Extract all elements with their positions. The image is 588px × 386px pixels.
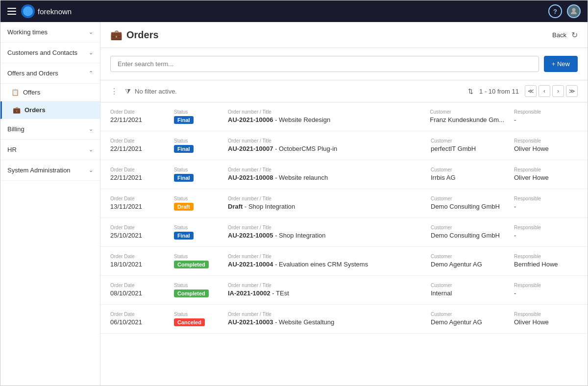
customer-label: Customer (431, 167, 504, 172)
customer-label: Customer (431, 225, 504, 230)
order-customer: Demo Agentur AG (431, 318, 504, 326)
table-row[interactable]: Order Date 08/10/2021 Status Completed O… (100, 276, 588, 305)
date-label: Order Date (110, 225, 164, 230)
briefcase-icon: 💼 (110, 29, 122, 41)
date-label: Order Date (110, 283, 164, 288)
date-label: Order Date (110, 312, 164, 317)
order-number-bold: IA-2021-10002 (228, 290, 270, 297)
content-area: 💼 Orders Back ↻ + New ⋮ ⧩ No filter acti… (100, 22, 588, 386)
chevron-down-icon: ⌄ (89, 49, 93, 56)
table-row[interactable]: Order Date 22/11/2021 Status Final Order… (100, 160, 588, 189)
order-status-col: Status Final (174, 225, 218, 240)
pagination-last[interactable]: ≫ (566, 85, 578, 97)
pagination-prev[interactable]: ‹ (539, 85, 550, 97)
table-row[interactable]: Order Date 18/10/2021 Status Completed O… (100, 247, 588, 276)
order-date: 18/10/2021 (110, 261, 164, 268)
sidebar-item-system-administration[interactable]: System Administration ⌄ (0, 160, 100, 181)
more-options-icon[interactable]: ⋮ (110, 87, 118, 96)
pagination-range: 1 - 10 from 11 (479, 88, 519, 95)
status-label: Status (174, 312, 218, 317)
order-number-label: Order number / Title (228, 167, 421, 172)
table-row[interactable]: Order Date 22/11/2021 Status Final Order… (100, 102, 588, 131)
order-status-col: Status Final (174, 167, 218, 182)
order-customer-col: Customer Demo Agentur AG (431, 254, 504, 268)
sidebar-item-working-times[interactable]: Working times ⌄ (0, 22, 100, 43)
order-responsible-col: Responsible Oliver Howe (514, 312, 578, 326)
filter-left: ⋮ ⧩ No filter active. (110, 87, 177, 96)
sidebar-item-hr[interactable]: HR ⌄ (0, 140, 100, 160)
order-full-title: AU-2021-10005 - Shop Integration (228, 232, 421, 239)
order-customer: perfectIT GmbH (431, 145, 504, 152)
order-date: 08/10/2021 (110, 290, 164, 297)
order-date: 13/11/2021 (110, 203, 164, 210)
sidebar-item-billing[interactable]: Billing ⌄ (0, 119, 100, 140)
order-date-col: Order Date 13/11/2021 (110, 196, 164, 210)
avatar[interactable] (567, 4, 581, 18)
order-full-title: AU-2021-10004 - Evaluation eines CRM Sys… (228, 261, 421, 268)
order-responsible-col: Responsible Oliver Howe (514, 138, 578, 152)
order-number-bold: AU-2021-10004 (228, 261, 273, 268)
order-responsible: - (514, 232, 578, 239)
order-responsible-col: Responsible - (514, 196, 578, 210)
order-number-bold: AU-2021-10005 (228, 232, 273, 239)
customer-label: Customer (430, 109, 504, 115)
order-responsible: - (514, 290, 578, 297)
order-status-col: Status Completed (174, 283, 218, 297)
chevron-down-icon: ⌄ (89, 167, 93, 173)
order-number-label: Order number / Title (228, 254, 421, 259)
table-row[interactable]: Order Date 06/10/2021 Status Canceled Or… (100, 305, 588, 334)
app-container: foreknown ? Working times ⌄ Customers an… (0, 0, 588, 386)
logo-icon (21, 4, 35, 18)
order-date-col: Order Date 08/10/2021 (110, 283, 164, 297)
pagination-first[interactable]: ≪ (525, 85, 537, 97)
order-responsible-col: Responsible Oliver Howe (514, 167, 578, 181)
order-customer: Demo Agentur AG (431, 261, 504, 268)
help-icon[interactable]: ? (548, 4, 562, 18)
table-row[interactable]: Order Date 13/11/2021 Status Draft Order… (100, 189, 588, 218)
status-badge: Completed (174, 261, 209, 268)
refresh-button[interactable]: ↻ (571, 30, 578, 40)
search-input[interactable] (110, 56, 539, 72)
status-badge: Final (174, 174, 194, 182)
page-header: 💼 Orders Back ↻ (100, 22, 588, 48)
order-number-bold: AU-2021-10003 (228, 318, 273, 326)
filter-icon: ⧩ (125, 87, 131, 96)
customer-label: Customer (431, 196, 504, 201)
order-responsible: Oliver Howe (514, 174, 578, 181)
new-button[interactable]: + New (544, 56, 578, 72)
pagination-next[interactable]: › (552, 85, 564, 97)
back-button[interactable]: Back (552, 31, 566, 39)
order-title: - Shop Integration (273, 232, 326, 239)
order-customer: Irrbis AG (431, 174, 504, 181)
order-responsible-col: Responsible - (514, 109, 578, 123)
order-date: 22/11/2021 (110, 174, 164, 181)
table-row[interactable]: Order Date 25/10/2021 Status Final Order… (100, 218, 588, 247)
sidebar-item-offers-orders[interactable]: Offers and Orders ⌃ (0, 63, 100, 84)
sort-icon[interactable]: ⇅ (468, 88, 473, 95)
logo: foreknown (21, 4, 72, 18)
topbar-left: foreknown (7, 4, 72, 18)
status-label: Status (174, 109, 218, 115)
order-title: - Shop Integration (243, 203, 295, 210)
sidebar-sub-item-orders[interactable]: 💼 Orders (0, 101, 100, 119)
sidebar-label-system-administration: System Administration (7, 167, 71, 174)
table-row[interactable]: Order Date 22/11/2021 Status Final Order… (100, 131, 588, 160)
order-customer: Internal (431, 290, 504, 297)
orders-icon: 💼 (13, 106, 21, 114)
chevron-down-icon: ⌄ (89, 29, 93, 35)
sidebar-sub-item-offers[interactable]: 📋 Offers (0, 84, 100, 101)
customer-label: Customer (431, 283, 504, 288)
responsible-label: Responsible (514, 283, 578, 288)
order-full-title: AU-2021-10006 - Website Redesign (228, 116, 420, 123)
hamburger-menu[interactable] (7, 8, 16, 15)
sidebar-item-customers-contacts[interactable]: Customers and Contacts ⌄ (0, 43, 100, 63)
status-badge: Final (174, 232, 194, 240)
responsible-label: Responsible (514, 312, 578, 317)
responsible-label: Responsible (514, 225, 578, 230)
order-title: - TEst (270, 290, 289, 297)
order-number-label: Order number / Title (228, 138, 421, 144)
sidebar-label-billing: Billing (7, 125, 24, 133)
order-full-title: IA-2021-10002 - TEst (228, 290, 421, 297)
filter-right: ⇅ 1 - 10 from 11 ≪ ‹ › ≫ (468, 85, 578, 97)
date-label: Order Date (110, 167, 164, 172)
